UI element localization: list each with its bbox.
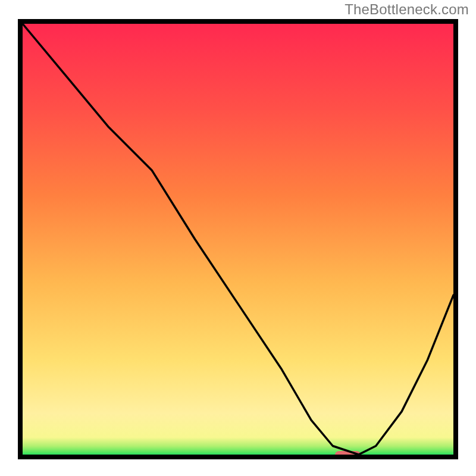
chart-frame: TheBottleneck.com <box>0 0 476 476</box>
bottleneck-chart <box>0 0 476 476</box>
watermark-text: TheBottleneck.com <box>345 1 469 18</box>
gradient-background <box>20 21 456 457</box>
